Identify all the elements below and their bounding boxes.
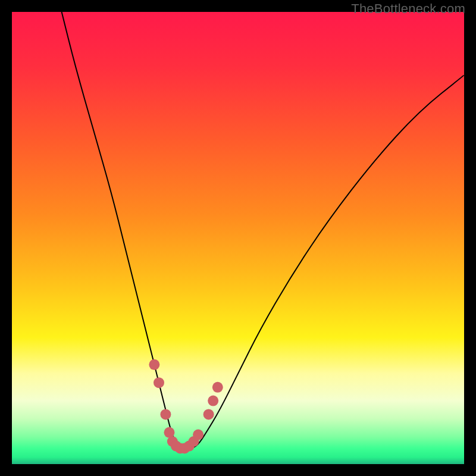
data-dot: [160, 409, 171, 419]
data-dot: [208, 396, 218, 406]
chart-plot-area: [12, 12, 464, 464]
data-dot: [212, 382, 223, 393]
chart-svg: [12, 12, 464, 464]
watermark-text: TheBottleneck.com: [351, 1, 465, 17]
data-dot: [203, 409, 214, 419]
data-dot: [154, 377, 164, 388]
data-dot: [149, 359, 159, 370]
chart-frame: TheBottleneck.com: [0, 0, 476, 476]
data-dot: [193, 430, 203, 440]
